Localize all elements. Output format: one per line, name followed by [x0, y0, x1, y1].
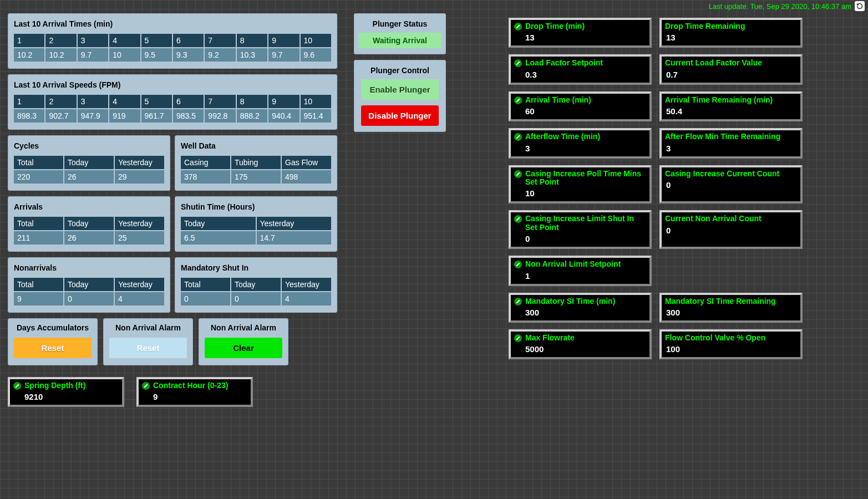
table-cell: 992.8: [205, 109, 235, 123]
panel-title: Nonarrivals: [13, 261, 165, 277]
table-cell: 0: [64, 292, 114, 305]
param-value: 0: [665, 180, 797, 190]
table-header: Yesterday: [282, 278, 331, 291]
param-cell: Casing Increase Current Count0: [659, 165, 803, 204]
param-label-text: Current Load Factor Value: [665, 59, 762, 67]
param-cell[interactable]: Casing Increase Poll Time Mins Set Point…: [509, 165, 652, 204]
days-accumulators-panel: Days Accumulators Reset: [8, 318, 98, 365]
param-cell[interactable]: Max Flowrate5000: [509, 329, 652, 359]
table-header: 7: [205, 95, 235, 108]
table-header: Yesterday: [115, 217, 164, 230]
param-label-text: Mandatory SI Time Remaining: [665, 297, 776, 305]
table-header: 8: [237, 95, 267, 108]
disable-plunger-button[interactable]: Disable Plunger: [361, 105, 439, 126]
table-cell: 10: [109, 48, 140, 62]
table-cell: 9.7: [268, 48, 299, 62]
edit-icon: [514, 133, 522, 141]
non-arrival-alarm-clear-button[interactable]: Clear: [205, 338, 282, 358]
table-header: 1: [14, 95, 44, 108]
table-header: 9: [268, 95, 299, 108]
param-cell: Mandatory SI Time Remaining300: [659, 293, 803, 323]
edit-icon: [514, 298, 522, 305]
param-value: 13: [665, 33, 797, 42]
table-cell: 175: [231, 170, 281, 184]
param-cell[interactable]: Non Arrival Limit Setpoint1: [509, 256, 652, 286]
table-cell: 902.7: [45, 109, 76, 123]
table-cell: 961.7: [141, 109, 172, 123]
table-header: Today: [64, 217, 114, 230]
table-cell: 9.7: [78, 48, 108, 62]
well-data-table: CasingTubingGas Flow378175498: [180, 155, 332, 185]
table-header: Tubing: [231, 156, 281, 169]
param-label: Mandatory SI Time Remaining: [665, 297, 797, 305]
param-cell: After Flow Min Time Remaining3: [659, 128, 803, 158]
param-label: Max Flowrate: [514, 334, 646, 342]
param-cell[interactable]: Contract Hour (0-23)9: [136, 377, 253, 407]
arrival-speeds-table: 12345678910 898.3902.7947.9919961.7983.5…: [13, 94, 332, 124]
param-value: 5000: [514, 344, 646, 354]
param-cell[interactable]: Arrival Time (min)60: [509, 91, 652, 121]
param-label: Casing Increase Poll Time Mins Set Point: [514, 170, 646, 187]
param-cell[interactable]: Mandatory SI Time (min)300: [509, 293, 652, 323]
table-cell: 10.2: [14, 48, 44, 62]
enable-plunger-button[interactable]: Enable Plunger: [361, 79, 439, 100]
panel-title: Non Arrival Alarm: [205, 323, 282, 338]
days-accumulators-reset-button[interactable]: Reset: [14, 338, 92, 358]
table-header: 6: [173, 34, 204, 47]
non-arrival-alarm-reset-button[interactable]: Reset: [109, 338, 187, 358]
param-value: 300: [665, 308, 797, 317]
table-header: Today: [181, 217, 256, 230]
edit-icon: [13, 382, 21, 390]
param-value: 300: [514, 308, 646, 317]
table-cell: 6.5: [181, 231, 256, 245]
param-label-text: Drop Time Remaining: [665, 22, 745, 30]
panel-title: Mandatory Shut In: [180, 261, 332, 277]
param-value: 0.7: [665, 70, 797, 79]
plunger-control-panel: Plunger Control Enable Plunger Disable P…: [354, 60, 446, 132]
param-value: 60: [514, 106, 646, 116]
table-header: 5: [141, 95, 172, 108]
table-header: 5: [141, 34, 172, 47]
panel-title: Arrivals: [13, 200, 165, 216]
table-cell: 9.3: [173, 48, 204, 62]
table-header: Yesterday: [115, 278, 164, 291]
table-cell: 983.5: [173, 109, 204, 123]
edit-icon: [514, 261, 522, 268]
param-label: Load Factor Setpoint: [514, 59, 646, 67]
param-cell[interactable]: Load Factor Setpoint0.3: [509, 54, 652, 84]
table-header: Casing: [181, 156, 230, 169]
table-cell: 9.2: [205, 48, 235, 62]
refresh-button[interactable]: [855, 1, 865, 11]
bottom-params: Spring Depth (ft)9210Contract Hour (0-23…: [8, 377, 253, 407]
param-label-text: Load Factor Setpoint: [525, 59, 603, 67]
table-header: 3: [78, 95, 108, 108]
cycles-panel: Cycles TotalTodayYesterday2202629: [8, 135, 170, 191]
table-cell: 0: [231, 292, 281, 305]
param-cell[interactable]: Afterflow Time (min)3: [509, 128, 652, 158]
panel-title: Well Data: [180, 139, 332, 155]
param-label-text: Spring Depth (ft): [24, 381, 85, 390]
table-cell: 14.7: [257, 231, 332, 245]
table-header: 3: [78, 34, 108, 47]
param-value: 10: [514, 189, 646, 198]
table-cell: 888.2: [237, 109, 267, 123]
param-cell[interactable]: Spring Depth (ft)9210: [8, 377, 124, 407]
param-label-text: Afterflow Time (min): [525, 133, 600, 141]
arrival-speeds-panel: Last 10 Arrival Speeds (FPM) 12345678910…: [8, 74, 337, 130]
well-data-panel: Well Data CasingTubingGas Flow378175498: [175, 135, 337, 191]
param-cell[interactable]: Drop Time (min)13: [509, 18, 652, 48]
edit-icon: [514, 334, 522, 342]
table-cell: 940.4: [268, 109, 299, 123]
param-label-text: Mandatory SI Time (min): [525, 297, 615, 305]
table-cell: 25: [115, 231, 164, 245]
non-arrival-alarm-reset-panel: Non Arrival Alarm Reset: [103, 318, 193, 365]
param-cell[interactable]: Casing Increase Limit Shut In Set Point0: [509, 210, 652, 249]
panel-title: Last 10 Arrival Speeds (FPM): [13, 78, 332, 94]
param-value: 100: [665, 344, 797, 354]
arrival-times-panel: Last 10 Arrival Times (min) 12345678910 …: [8, 13, 337, 69]
table-header: Gas Flow: [282, 156, 331, 169]
panel-title: Last 10 Arrival Times (min): [13, 17, 332, 33]
table-header: 8: [237, 34, 267, 47]
param-label-text: Drop Time (min): [525, 22, 585, 30]
param-label-text: After Flow Min Time Remaining: [665, 133, 780, 141]
